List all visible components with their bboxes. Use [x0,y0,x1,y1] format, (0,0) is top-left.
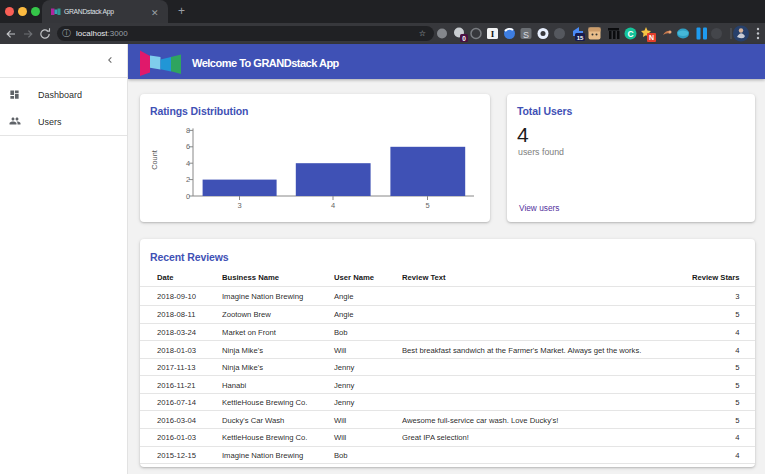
svg-text:0: 0 [462,35,466,42]
svg-text:2: 2 [186,175,190,184]
svg-text:4: 4 [186,159,190,168]
svg-text:4: 4 [331,201,335,210]
svg-text:3: 3 [237,201,241,210]
svg-text:S: S [523,30,529,40]
svg-text:Count: Count [150,150,159,169]
svg-text:6: 6 [186,142,190,151]
svg-text:8: 8 [186,126,190,135]
svg-text:I: I [491,29,495,39]
svg-text:N: N [649,34,654,41]
svg-text:C: C [627,29,633,39]
svg-text:5: 5 [425,201,429,210]
svg-text:15: 15 [577,35,584,41]
svg-text:0: 0 [186,192,190,201]
